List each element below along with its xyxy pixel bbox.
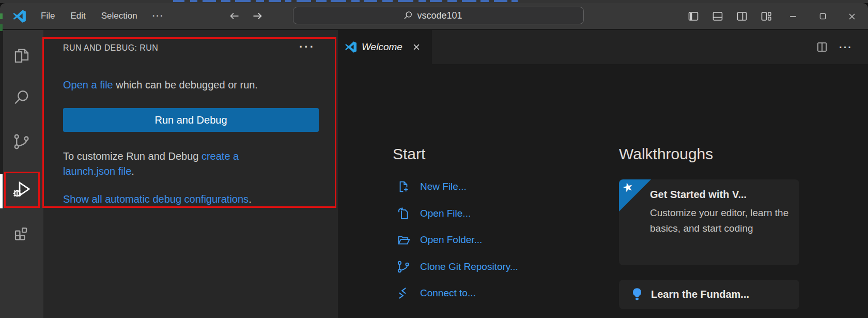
minimize-icon — [788, 11, 798, 22]
menu-selection[interactable]: Selection — [94, 3, 145, 29]
background-artifact — [0, 24, 3, 31]
title-bar: File Edit Selection ··· — [0, 3, 868, 29]
customize-layout-icon — [760, 10, 772, 23]
customize-post-text: . — [131, 165, 134, 177]
run-and-debug-icon — [12, 179, 32, 199]
close-window-button[interactable] — [845, 4, 859, 28]
extensions-icon — [12, 223, 31, 241]
new-file-link[interactable]: New File... — [396, 178, 467, 195]
panel-title: RUN AND DEBUG: RUN — [63, 43, 158, 53]
run-and-debug-panel: RUN AND DEBUG: RUN ··· Open a file which… — [43, 30, 338, 318]
editor-actions: ··· — [815, 30, 853, 64]
vscode-window: File Edit Selection ··· — [0, 3, 868, 318]
arrow-right-icon — [251, 10, 265, 22]
debug-welcome-text: Open a file which can be debugged or run… — [63, 79, 258, 91]
arrow-left-icon — [227, 10, 241, 22]
minimize-button[interactable] — [786, 4, 800, 28]
walkthrough-card-learn-fundamentals[interactable]: Learn the Fundam... — [619, 280, 799, 309]
open-file-link[interactable]: Open File... — [396, 205, 471, 222]
search-icon — [12, 88, 31, 107]
go-back-button[interactable] — [226, 8, 242, 24]
walkthrough-card-title: Learn the Fundam... — [651, 289, 749, 300]
menu-edit[interactable]: Edit — [63, 3, 93, 29]
menu-file[interactable]: File — [33, 3, 63, 29]
customize-pre-text: To customize Run and Debug — [63, 150, 202, 162]
activity-bar — [0, 30, 43, 318]
connect-to-icon — [396, 286, 411, 300]
start-link-label: Open Folder... — [420, 234, 482, 246]
clone-git-repository-link[interactable]: Clone Git Repository... — [396, 258, 518, 276]
toggle-secondary-sidebar-button[interactable] — [736, 8, 748, 25]
activity-item-explorer[interactable] — [10, 44, 33, 67]
start-link-label: Open File... — [420, 208, 471, 219]
tab-bar: Welcome — [338, 30, 868, 64]
activity-item-source-control[interactable] — [10, 130, 33, 153]
active-view-indicator — [0, 174, 3, 208]
menu-overflow-ellipsis-icon[interactable]: ··· — [145, 3, 172, 29]
explorer-icon — [13, 47, 30, 65]
open-a-file-link[interactable]: Open a file — [63, 79, 113, 90]
go-forward-button[interactable] — [250, 8, 265, 24]
activity-bar-edge — [0, 30, 3, 174]
search-input[interactable] — [417, 10, 474, 21]
history-navigation — [226, 8, 265, 24]
close-icon — [412, 42, 421, 52]
welcome-page: Start New File... — [338, 64, 868, 318]
panel-bottom-icon — [711, 10, 724, 23]
menu-bar: File Edit Selection ··· — [33, 3, 172, 29]
vscode-logo-icon — [345, 41, 357, 53]
create-launch-json-link[interactable]: create a — [202, 150, 239, 162]
start-heading: Start — [393, 145, 425, 163]
close-tab-button[interactable] — [410, 40, 423, 54]
walkthrough-card-description: Customize your editor, learn the basics,… — [650, 205, 796, 236]
create-launch-json-link-line2[interactable]: launch.json file — [63, 165, 131, 177]
start-link-label: New File... — [420, 181, 467, 192]
walkthroughs-heading: Walkthroughs — [619, 145, 713, 163]
background-artifact — [0, 13, 3, 19]
customize-text: To customize Run and Debug create alaunc… — [63, 149, 239, 179]
customize-layout-button[interactable] — [760, 8, 772, 25]
new-file-icon — [396, 179, 411, 194]
editor-more-actions-ellipsis-icon[interactable]: ··· — [839, 40, 853, 54]
open-file-icon — [396, 206, 411, 221]
show-all-post-text: . — [249, 193, 252, 205]
editor-group: Welcome — [338, 30, 868, 318]
close-icon — [847, 11, 857, 22]
toggle-primary-sidebar-button[interactable] — [687, 8, 700, 25]
split-editor-icon — [816, 41, 828, 53]
search-icon — [403, 10, 413, 21]
window-controls — [786, 4, 859, 28]
split-editor-button[interactable] — [815, 40, 829, 54]
run-and-debug-button[interactable]: Run and Debug — [63, 108, 319, 132]
activity-item-search[interactable] — [10, 86, 33, 109]
start-link-label: Connect to... — [420, 287, 476, 299]
source-control-icon — [12, 132, 31, 151]
walkthrough-card-get-started[interactable]: ★ Get Started with V... Customize your e… — [619, 179, 799, 265]
toggle-panel-button[interactable] — [711, 8, 724, 25]
tab-welcome[interactable]: Welcome — [338, 30, 432, 64]
clone-git-icon — [396, 260, 411, 274]
open-folder-link[interactable]: Open Folder... — [396, 231, 482, 249]
vscode-window-screenshot: File Edit Selection ··· — [0, 0, 868, 318]
vscode-logo-icon — [12, 9, 26, 23]
layout-controls — [687, 8, 772, 25]
tab-label: Welcome — [362, 41, 402, 53]
workbench: RUN AND DEBUG: RUN ··· Open a file which… — [0, 30, 868, 318]
maximize-icon — [818, 11, 828, 21]
connect-to-link[interactable]: Connect to... — [396, 284, 476, 302]
walkthrough-card-title: Get Started with V... — [650, 189, 747, 201]
command-center-search[interactable] — [293, 7, 584, 24]
activity-item-run-and-debug[interactable] — [10, 178, 33, 201]
open-folder-icon — [396, 233, 411, 247]
activity-item-extensions[interactable] — [10, 221, 33, 244]
open-file-rest-text: which can be debugged or run. — [113, 79, 258, 90]
sidebar-right-icon — [736, 10, 748, 23]
show-all-debug-configurations-link[interactable]: Show all automatic debug configurations — [63, 193, 249, 205]
sidebar-left-icon — [687, 10, 700, 23]
start-link-label: Clone Git Repository... — [420, 261, 518, 272]
show-all-configs-text: Show all automatic debug configurations. — [63, 193, 252, 205]
maximize-button[interactable] — [815, 4, 830, 28]
lightbulb-icon — [629, 286, 645, 302]
views-more-actions-ellipsis-icon[interactable]: ··· — [299, 40, 315, 54]
